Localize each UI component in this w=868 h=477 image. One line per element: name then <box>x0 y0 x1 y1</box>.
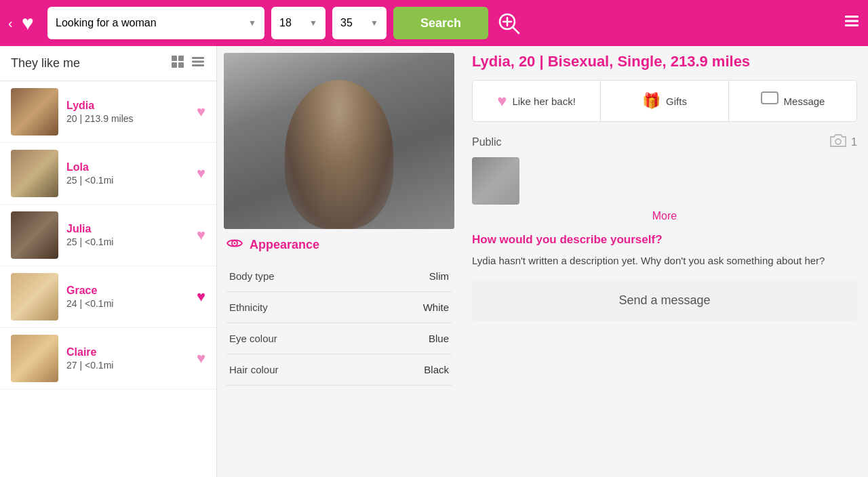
svg-point-15 <box>234 243 236 245</box>
avatar <box>11 273 58 320</box>
svg-rect-9 <box>172 62 177 68</box>
user-name: Lydia <box>66 100 189 112</box>
like-back-button[interactable]: ♥ Like her back! <box>473 81 601 121</box>
photo-count: 1 <box>851 136 857 148</box>
profile-details: , 20 | Bisexual, Single, 213.9 miles <box>511 53 750 70</box>
hamburger-icon <box>842 12 861 30</box>
heart-logo-icon: ♥ <box>22 12 34 35</box>
appearance-label: Appearance <box>250 238 319 252</box>
main-area: They like me <box>0 46 868 477</box>
attr-value: Blue <box>429 333 449 344</box>
svg-rect-16 <box>762 92 778 104</box>
sidebar-header: They like me <box>0 46 216 81</box>
view-toggle <box>170 54 205 72</box>
public-row: Public 1 <box>472 133 857 152</box>
svg-rect-6 <box>845 24 859 26</box>
avatar <box>11 211 58 259</box>
attribute-row: Eye colour Blue <box>226 323 452 354</box>
user-name: Julia <box>66 223 189 235</box>
svg-rect-10 <box>178 62 184 68</box>
like-icon[interactable]: ♥ <box>197 350 205 367</box>
avatar <box>11 335 58 382</box>
like-icon[interactable]: ♥ <box>197 103 205 121</box>
avatar <box>11 88 58 136</box>
menu-button[interactable] <box>842 12 861 35</box>
attr-value: Black <box>424 364 449 375</box>
user-info: Julia 25 | <0.1mi <box>66 223 189 247</box>
user-info: Lola 25 | <0.1mi <box>66 161 189 186</box>
svg-point-17 <box>835 139 841 144</box>
list-item[interactable]: Julia 25 | <0.1mi ♥ <box>0 205 216 266</box>
profile-area: Appearance Body type Slim Ethnicity Whit… <box>217 46 868 477</box>
list-item[interactable]: Grace 24 | <0.1mi ♥ <box>0 266 216 328</box>
public-label: Public <box>472 136 502 148</box>
header: ‹ ♥ Looking for a woman ▼ 18 ▼ 35 ▼ Sear… <box>0 0 868 46</box>
zoom-icon <box>496 11 521 35</box>
user-info: Lydia 20 | 213.9 miles <box>66 100 189 124</box>
attr-value: Slim <box>429 270 449 282</box>
attr-label: Body type <box>229 270 275 282</box>
profile-photo <box>224 53 454 229</box>
user-age-dist: 24 | <0.1mi <box>66 298 189 309</box>
describe-question: How would you describe yourself? <box>472 233 857 247</box>
back-icon[interactable]: ‹ <box>8 16 13 31</box>
attribute-row: Body type Slim <box>226 261 452 292</box>
profile-left: Appearance Body type Slim Ethnicity Whit… <box>217 46 461 477</box>
zoom-button[interactable] <box>495 9 522 37</box>
message-label: Message <box>784 96 825 107</box>
gifts-label: Gifts <box>666 96 687 107</box>
list-item[interactable]: Lola 25 | <0.1mi ♥ <box>0 143 216 205</box>
user-name: Grace <box>66 285 189 297</box>
like-icon[interactable]: ♥ <box>197 226 205 244</box>
chevron-down-icon: ▼ <box>370 18 378 28</box>
svg-rect-13 <box>192 64 204 66</box>
appearance-title: Appearance <box>226 237 452 253</box>
attribute-row: Hair colour Black <box>226 354 452 386</box>
list-view-icon[interactable] <box>191 54 205 72</box>
user-age-dist: 25 | <0.1mi <box>66 175 189 186</box>
message-button[interactable]: Message <box>729 81 856 121</box>
svg-rect-11 <box>192 57 204 59</box>
heart-half-icon: ♥ <box>497 91 507 110</box>
like-icon[interactable]: ♥ <box>197 165 205 182</box>
logo-area: ‹ ♥ <box>7 6 41 40</box>
chevron-down-icon: ▼ <box>248 18 256 28</box>
list-item[interactable]: Claire 27 | <0.1mi ♥ <box>0 328 216 390</box>
svg-rect-4 <box>845 16 859 18</box>
search-button[interactable]: Search <box>393 7 488 39</box>
more-link[interactable]: More <box>472 210 857 222</box>
action-buttons: ♥ Like her back! 🎁 Gifts Message <box>472 80 857 122</box>
age-min-dropdown[interactable]: 18 ▼ <box>271 7 326 39</box>
describe-text: Lydia hasn't written a description yet. … <box>472 253 857 269</box>
svg-rect-7 <box>172 56 177 61</box>
user-info: Grace 24 | <0.1mi <box>66 285 189 309</box>
user-info: Claire 27 | <0.1mi <box>66 346 189 371</box>
user-age-dist: 25 | <0.1mi <box>66 236 189 247</box>
user-name: Lola <box>66 161 189 173</box>
message-icon <box>761 91 778 110</box>
gender-dropdown[interactable]: Looking for a woman ▼ <box>47 7 264 39</box>
attr-label: Ethnicity <box>229 302 268 313</box>
sidebar-title: They like me <box>11 56 80 70</box>
eye-icon <box>226 237 243 253</box>
like-icon[interactable]: ♥ <box>197 288 205 306</box>
grid-view-icon[interactable] <box>170 54 185 72</box>
svg-rect-8 <box>178 56 184 61</box>
user-age-dist: 27 | <0.1mi <box>66 360 189 371</box>
like-back-label: Like her back! <box>512 96 575 107</box>
camera-icon <box>829 133 847 152</box>
camera-count: 1 <box>829 133 857 152</box>
send-message-button[interactable]: Send a message <box>472 280 857 321</box>
gifts-button[interactable]: 🎁 Gifts <box>601 81 729 121</box>
user-age-dist: 20 | 213.9 miles <box>66 113 189 124</box>
gift-icon: 🎁 <box>642 92 660 110</box>
age-min-value: 18 <box>279 17 292 29</box>
gender-dropdown-value: Looking for a woman <box>56 17 157 29</box>
list-item[interactable]: Lydia 20 | 213.9 miles ♥ <box>0 81 216 143</box>
age-max-value: 35 <box>340 17 353 29</box>
thumbnail-image[interactable] <box>472 157 519 205</box>
svg-rect-12 <box>192 61 204 63</box>
profile-name: Lydia <box>472 53 511 70</box>
attr-label: Eye colour <box>229 333 277 344</box>
age-max-dropdown[interactable]: 35 ▼ <box>332 7 387 39</box>
